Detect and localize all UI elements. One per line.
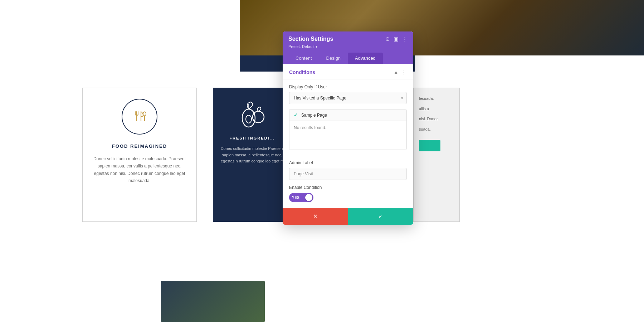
toggle-yes-label: YES bbox=[292, 196, 300, 200]
fresh-card-text: Donec sollicitudin molestie Praesent sap… bbox=[218, 146, 286, 165]
panel-header-icons: ⊙ ▣ ⋮ bbox=[385, 36, 408, 42]
panel-header-top: Section Settings ⊙ ▣ ⋮ bbox=[288, 36, 408, 42]
enable-condition-section: Enable Condition YES bbox=[283, 185, 413, 208]
right-card-text2: allis a bbox=[419, 106, 454, 112]
panel-title: Section Settings bbox=[288, 36, 333, 42]
collapse-icon[interactable]: ▲ bbox=[394, 69, 398, 75]
sample-page-item[interactable]: ✓ Sample Page bbox=[289, 109, 406, 121]
tab-design[interactable]: Design bbox=[319, 53, 348, 64]
admin-label-input[interactable] bbox=[289, 168, 407, 180]
right-card-text3: nisi. Donec bbox=[419, 116, 454, 122]
no-results-text: No results found. bbox=[289, 121, 406, 150]
admin-label-field-label: Admin Label bbox=[289, 160, 407, 165]
card-fresh-ingredients: FRESH INGREDI... Donec sollicitudin mole… bbox=[213, 88, 292, 222]
teal-button[interactable] bbox=[419, 140, 440, 151]
conditions-more-icon[interactable]: ⋮ bbox=[401, 69, 407, 75]
tab-advanced[interactable]: Advanced bbox=[348, 53, 383, 64]
svg-point-8 bbox=[246, 115, 252, 123]
conditions-title: Conditions bbox=[289, 69, 315, 75]
conditions-header: Conditions ▲ ⋮ bbox=[283, 64, 413, 79]
toggle-knob bbox=[305, 194, 312, 201]
bottom-hero-image bbox=[161, 281, 265, 322]
utensils-icon-circle bbox=[122, 99, 157, 135]
food-card-text: Donec sollicitudin molestie malesuada. P… bbox=[90, 155, 189, 185]
checkmark-icon: ✓ bbox=[294, 112, 298, 118]
layout-icon[interactable]: ▣ bbox=[394, 36, 399, 42]
right-card-text4: suada. bbox=[419, 126, 454, 133]
svg-point-10 bbox=[253, 111, 264, 123]
cancel-button[interactable]: ✕ bbox=[283, 208, 348, 225]
enable-condition-toggle[interactable]: YES bbox=[289, 193, 313, 202]
fresh-card-title: FRESH INGREDI... bbox=[229, 136, 275, 140]
page-search-area: ✓ Sample Page No results found. bbox=[289, 109, 407, 150]
admin-label-section: Admin Label bbox=[283, 160, 413, 185]
confirm-button[interactable]: ✓ bbox=[348, 208, 414, 225]
tab-content[interactable]: Content bbox=[288, 53, 319, 64]
section-settings-panel: Section Settings ⊙ ▣ ⋮ Preset: Default ▾… bbox=[283, 31, 413, 225]
card-right-partial: lesuada. allis a nisi. Donec suada. bbox=[413, 88, 460, 222]
food-card-title: FOOD REIMAGINED bbox=[112, 143, 167, 149]
cancel-icon: ✕ bbox=[313, 213, 318, 220]
more-options-icon[interactable]: ⋮ bbox=[402, 36, 408, 42]
panel-body: Conditions ▲ ⋮ Display Only If User Has … bbox=[283, 64, 413, 225]
display-label: Display Only If User bbox=[289, 84, 407, 89]
panel-header: Section Settings ⊙ ▣ ⋮ Preset: Default ▾… bbox=[283, 31, 413, 64]
panel-footer: ✕ ✓ bbox=[283, 208, 413, 225]
enable-condition-label: Enable Condition bbox=[289, 185, 407, 190]
fresh-produce-icon bbox=[236, 98, 268, 131]
panel-tabs: Content Design Advanced bbox=[288, 53, 408, 64]
utensils-svg bbox=[130, 107, 149, 126]
right-card-text1: lesuada. bbox=[419, 95, 454, 102]
conditions-controls: ▲ ⋮ bbox=[394, 69, 407, 75]
sample-page-label: Sample Page bbox=[301, 113, 327, 118]
card-food-reimagined: FOOD REIMAGINED Donec sollicitudin moles… bbox=[82, 88, 197, 222]
display-condition-section: Display Only If User Has Visited a Speci… bbox=[283, 79, 413, 160]
condition-select[interactable]: Has Visited a Specific Page Is Logged In… bbox=[289, 92, 407, 104]
confirm-icon: ✓ bbox=[378, 213, 383, 220]
svg-point-6 bbox=[143, 112, 146, 116]
svg-point-7 bbox=[242, 109, 255, 127]
preset-label[interactable]: Preset: Default ▾ bbox=[288, 44, 408, 49]
target-icon[interactable]: ⊙ bbox=[385, 36, 390, 42]
condition-select-wrapper: Has Visited a Specific Page Is Logged In… bbox=[289, 92, 407, 104]
